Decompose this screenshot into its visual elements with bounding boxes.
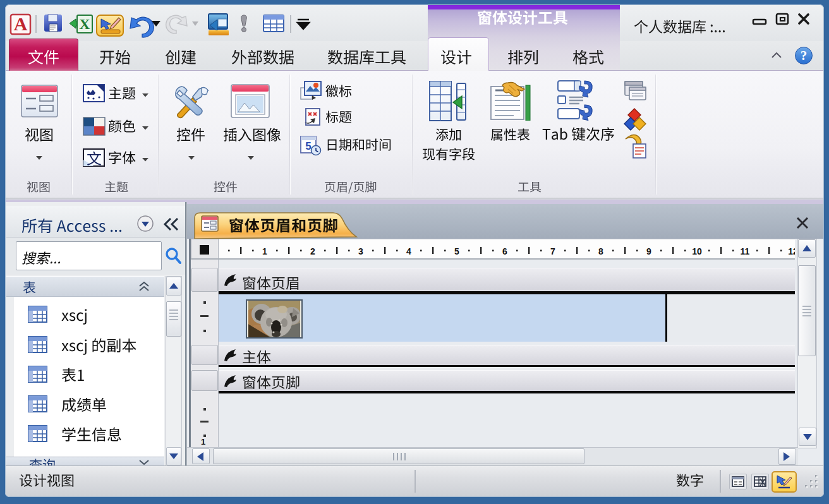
svg-text:5: 5 — [454, 246, 459, 256]
svg-text:4: 4 — [406, 246, 411, 256]
svg-text:5: 5 — [305, 140, 311, 152]
svg-text:9: 9 — [646, 246, 651, 256]
svg-text:11: 11 — [741, 246, 750, 256]
svg-text:3: 3 — [358, 246, 363, 256]
svg-text:2: 2 — [310, 246, 315, 256]
svg-text:X: X — [79, 16, 90, 32]
svg-text:A: A — [14, 13, 28, 34]
svg-text:10: 10 — [692, 246, 702, 256]
svg-text:7: 7 — [550, 246, 555, 256]
svg-text:8: 8 — [598, 246, 603, 256]
svg-text:1: 1 — [262, 246, 267, 256]
svg-text:6: 6 — [502, 246, 507, 256]
svg-text:12: 12 — [788, 246, 795, 256]
